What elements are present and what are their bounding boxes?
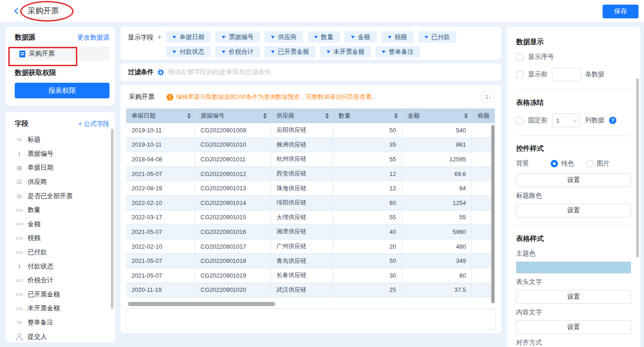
column-header[interactable]: 单据日期 (126, 108, 195, 123)
chevron-down-icon[interactable] (271, 36, 275, 39)
image-radio[interactable] (586, 160, 593, 167)
field-item[interactable]: 提交人 (15, 330, 109, 342)
field-chip[interactable]: 数量 (308, 31, 340, 43)
background-set-button[interactable]: 设置 (516, 173, 631, 187)
sort-order-icon[interactable]: 1↓ (482, 91, 494, 103)
table-row: 2018-04-08CG20220901011杭州供应链5512595 (126, 152, 495, 167)
filter-panel[interactable]: 过滤条件 拖动左侧字段到此处来添加过滤条件 (121, 63, 501, 81)
field-item[interactable]: 标题 (15, 133, 109, 147)
freeze-count-select[interactable]: 1 (552, 114, 581, 127)
sort-icon[interactable] (464, 113, 468, 119)
field-item[interactable]: 价税合计 (15, 273, 109, 288)
field-item[interactable]: 单据日期 (15, 161, 109, 175)
change-datasource-link[interactable]: 更改数据源 (77, 34, 109, 42)
cell: 540 (402, 123, 472, 137)
text-title-icon (15, 136, 24, 144)
chevron-down-icon[interactable] (172, 51, 176, 53)
column-header[interactable]: 金额 (402, 108, 472, 123)
cell: CG20220901010 (195, 138, 271, 152)
show-first-count-input[interactable] (552, 68, 581, 81)
settings-scrollbar[interactable] (636, 78, 639, 257)
field-item[interactable]: 供应商 (15, 175, 109, 189)
sort-icon[interactable] (325, 113, 329, 119)
chevron-down-icon[interactable] (172, 36, 176, 39)
field-item[interactable]: 已开票金额 (15, 288, 109, 302)
field-chip[interactable]: 未开票金额 (320, 46, 371, 57)
table-vertical-scrollbar[interactable] (491, 125, 494, 303)
field-item[interactable]: 未开票金额 (15, 301, 109, 316)
field-item[interactable]: 是否已全部开票 (15, 189, 109, 203)
field-chip[interactable]: 金额 (345, 31, 377, 43)
field-chip[interactable]: 单据日期 (166, 31, 211, 43)
show-first-checkbox[interactable] (516, 71, 523, 78)
column-header[interactable]: 供应商 (271, 108, 333, 123)
title-color-set-button[interactable]: 设置 (516, 204, 631, 217)
text-title-icon (15, 319, 24, 327)
solid-color-radio[interactable] (551, 160, 558, 167)
content-text-set-button[interactable]: 设置 (516, 320, 631, 334)
permission-heading: 数据获取权限 (15, 68, 109, 77)
column-header[interactable]: 税额 (472, 108, 495, 123)
field-chip[interactable]: 价税合计 (215, 46, 260, 57)
help-icon[interactable]: ? (609, 117, 616, 124)
sort-icon[interactable] (394, 113, 398, 119)
chevron-down-icon[interactable] (222, 51, 225, 53)
table-row: 2022-03-17CG20220901015大理供应链5555 (126, 210, 495, 225)
header-text-set-button[interactable]: 设置 (516, 290, 631, 304)
field-item[interactable]: 付款状态 (15, 259, 109, 273)
chevron-down-icon[interactable] (382, 51, 385, 53)
field-chip[interactable]: 已付款 (418, 31, 457, 43)
field-chip[interactable]: 供应商 (264, 31, 303, 43)
add-field-icon[interactable]: + (157, 33, 161, 41)
table-row: 2022-02-10CG20220901014绵阳供应链601254 (126, 196, 495, 210)
gear-icon[interactable] (157, 69, 164, 76)
cell: 西安供应链 (271, 167, 333, 181)
chevron-down-icon[interactable] (425, 36, 428, 39)
chevron-down-icon[interactable] (388, 36, 391, 39)
chevron-down-icon[interactable] (351, 36, 355, 39)
divider (516, 136, 631, 136)
field-item[interactable]: 整单备注 (15, 316, 109, 330)
datasource-item[interactable]: 采购开票 (15, 46, 109, 61)
save-button[interactable]: 保存 (603, 5, 638, 18)
field-chip[interactable]: 税额 (381, 31, 414, 43)
chip-label: 付款状态 (179, 48, 204, 56)
cell: CG20220901020 (195, 283, 271, 297)
cell: CG20220901009 (195, 123, 271, 137)
field-chip[interactable]: 票据编号 (215, 31, 260, 43)
table-row: 2021-05-07CG20220901016湘潭供应链405960 (126, 225, 495, 239)
back-icon[interactable] (13, 7, 20, 15)
column-header[interactable]: 数量 (333, 108, 402, 123)
preview-table: 单据日期 票据编号 供应商 数量 金额 税额 2019-10-11CG20220… (126, 108, 495, 306)
field-chip[interactable]: 付款状态 (166, 46, 211, 57)
field-item[interactable]: 票据编号 (15, 147, 109, 161)
cell: 大理供应链 (271, 210, 333, 225)
horizontal-scrollbar[interactable] (128, 302, 275, 306)
chevron-down-icon[interactable] (271, 51, 275, 53)
field-item[interactable]: 税额 (15, 231, 109, 245)
field-chip[interactable]: 已开票金额 (264, 46, 316, 57)
fields-scrollbar[interactable] (111, 129, 114, 309)
field-item[interactable]: 已付款 (15, 245, 109, 260)
chevron-down-icon[interactable] (222, 36, 225, 39)
column-header[interactable]: 票据编号 (195, 108, 271, 123)
chevron-down-icon[interactable] (314, 36, 318, 39)
calendar-icon (15, 164, 24, 172)
field-label: 是否已全部开票 (28, 192, 73, 200)
freeze-checkbox[interactable] (516, 117, 523, 124)
report-permission-button[interactable]: 报表权限 (15, 83, 109, 98)
field-item[interactable]: 金额 (15, 217, 109, 232)
field-item[interactable]: 数量 (15, 203, 109, 217)
image-label: 图片 (597, 159, 610, 168)
add-formula-field-link[interactable]: + 公式字段 (78, 120, 109, 128)
sort-icon[interactable] (187, 113, 191, 119)
cell: 12595 (402, 152, 472, 166)
cell: 绵阳供应链 (271, 196, 333, 210)
sort-icon[interactable] (263, 113, 267, 119)
field-chip[interactable]: 整单备注 (375, 46, 420, 57)
show-index-checkbox[interactable] (516, 53, 523, 61)
page-title[interactable]: 采购开票 (27, 6, 62, 18)
field-label: 数量 (28, 206, 40, 214)
theme-color-swatch[interactable] (516, 262, 631, 273)
chevron-down-icon[interactable] (327, 51, 330, 53)
